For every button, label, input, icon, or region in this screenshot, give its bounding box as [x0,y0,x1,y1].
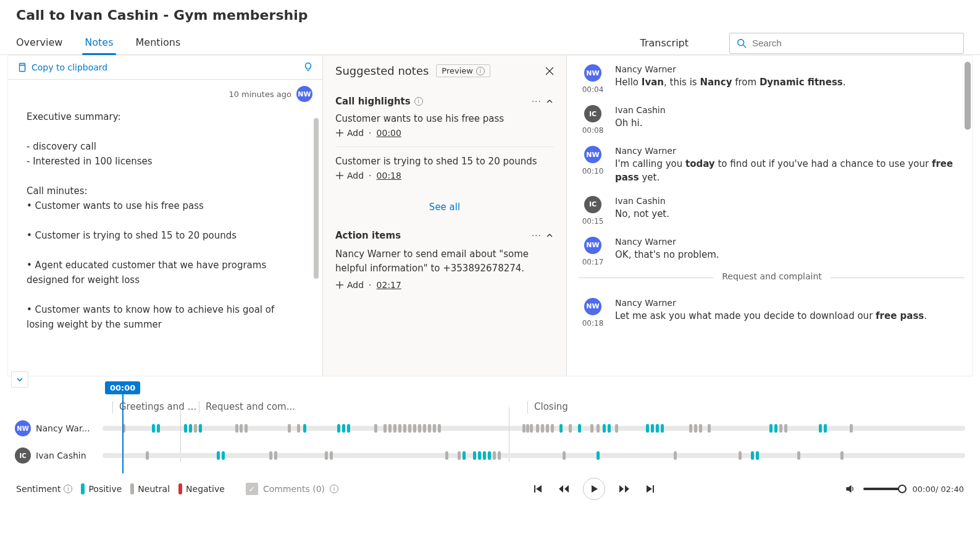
svg-marker-15 [564,485,569,493]
svg-rect-20 [653,485,654,493]
timestamp: 00:15 [582,217,604,226]
note-line [27,213,304,228]
player-footer: Sentiment i Positive Neutral Negative ✓ … [0,469,980,506]
track-bar[interactable] [103,426,965,431]
svg-line-1 [743,45,747,48]
transcript-text: Oh hi. [615,117,965,130]
tab-bar: Overview Notes Mentions Transcript [0,32,980,55]
scrollbar[interactable] [314,106,320,376]
comments-button[interactable]: ✓ Comments (0) i [240,480,345,498]
info-icon: i [330,485,338,493]
action-item-text: Nancy Warner to send email about "some h… [335,247,554,275]
note-timestamp: 10 minutes ago [228,90,291,99]
tab-notes[interactable]: Notes [85,32,113,54]
note-body[interactable]: Executive summary: - discovery call- Int… [8,106,322,376]
see-all-link[interactable]: See all [335,198,554,224]
note-line: • Customer wants to know how to achieve … [27,302,304,332]
more-icon[interactable]: ··· [532,96,542,106]
chevron-up-icon[interactable] [545,231,554,240]
search-input[interactable] [752,38,957,48]
section-divider: Request and complaint [579,278,965,288]
legend-neutral: Neutral [130,483,170,494]
preview-badge[interactable]: Preview i [436,64,490,77]
tab-mentions[interactable]: Mentions [136,32,181,54]
note-line [27,287,304,302]
scrollbar[interactable] [965,62,971,130]
highlight-item: Customer is trying to shed 15 to 20 poun… [335,156,554,167]
timestamp-link[interactable]: 00:18 [377,171,401,180]
close-icon[interactable] [545,67,554,75]
transcript-item[interactable]: NW00:04Nancy WarnerHello Ivan, this is N… [579,64,965,94]
avatar: NW [15,420,31,436]
timestamp: 00:10 [582,167,604,176]
transcript-item[interactable]: IC00:15Ivan CashinNo, not yet. [579,196,965,226]
info-icon[interactable]: i [414,97,423,106]
svg-marker-19 [647,485,652,493]
transcript-heading: Transcript [640,32,689,54]
transcript-text: OK, that's no problem. [615,248,965,262]
transcript-item[interactable]: NW00:18Nancy WarnerLet me ask you what m… [579,298,965,328]
copy-to-clipboard-button[interactable]: Copy to clipboard [17,62,107,72]
timestamp-link[interactable]: 02:17 [377,280,401,290]
speaker-name: Nancy Warner [615,237,965,247]
check-icon: ✓ [246,483,258,495]
note-line: • Agent educated customer that we have p… [27,258,304,287]
add-button[interactable]: Add [335,280,364,290]
svg-marker-18 [625,485,629,493]
track-bar[interactable] [103,453,965,458]
transcript-text: Hello Ivan, this is Nancy from Dynamic f… [615,76,965,90]
skip-end-button[interactable] [643,482,657,496]
timeline: 00:00 Greetings and in...Request and com… [0,376,980,469]
tab-overview[interactable]: Overview [16,32,62,54]
timestamp: 00:08 [582,126,604,135]
time-display: 00:00/ 02:40 [913,485,964,494]
timeline-track: ICIvan Cashin [15,442,965,469]
lightbulb-icon[interactable] [303,62,314,73]
copy-icon [17,62,27,72]
speaker-name: Ivan Cashin [615,105,965,115]
note-line: Call minutes: [27,184,304,198]
avatar: IC [15,447,31,464]
timestamp: 00:17 [582,258,604,266]
add-button[interactable]: Add [335,171,364,180]
more-icon[interactable]: ··· [532,231,542,240]
avatar: IC [584,196,601,213]
transcript-item[interactable]: IC00:08Ivan CashinOh hi. [579,105,965,135]
search-box[interactable] [729,33,964,54]
note-line: • Customer is trying to shed 15 to 20 po… [27,228,304,243]
legend-negative: Negative [178,483,225,494]
svg-marker-13 [536,485,542,493]
segment-label: Closing [527,401,900,413]
play-button[interactable] [583,478,605,500]
speaker-name: Ivan Cashin [36,451,86,460]
call-highlights-heading: Call highlights [335,96,411,107]
note-line: - discovery call [27,139,304,154]
svg-rect-2 [20,66,25,72]
add-button[interactable]: Add [335,128,364,138]
segment-label: Request and com... [199,401,527,413]
playhead[interactable]: 00:00 [105,381,140,473]
transcript-item[interactable]: NW00:10Nancy WarnerI'm calling you today… [579,146,965,185]
sentiment-label: Sentiment i [16,484,72,494]
collapse-button[interactable] [11,371,28,388]
note-line: - Interested in 100 licenses [27,154,304,169]
info-icon[interactable]: i [64,485,72,493]
action-items-heading: Action items [335,230,401,241]
volume-icon[interactable] [844,482,857,496]
transcript-panel[interactable]: NW00:04Nancy WarnerHello Ivan, this is N… [567,56,972,376]
notes-column: Copy to clipboard 10 minutes ago NW Exec… [8,56,323,376]
transcript-item[interactable]: NW00:17Nancy WarnerOK, that's no problem… [579,237,965,266]
svg-marker-21 [847,486,851,492]
avatar: NW [584,298,601,315]
skip-start-button[interactable] [531,482,545,496]
forward-button[interactable] [618,482,631,496]
rewind-button[interactable] [557,482,571,496]
chevron-up-icon[interactable] [545,97,554,106]
legend-positive: Positive [81,483,122,494]
speaker-name: Nancy Warner [615,298,965,308]
svg-marker-16 [592,485,598,493]
volume-slider[interactable] [863,488,907,490]
suggested-notes-panel: Suggested notes Preview i Call highlight… [323,56,567,376]
timestamp-link[interactable]: 00:00 [377,128,401,138]
info-icon: i [476,67,485,75]
